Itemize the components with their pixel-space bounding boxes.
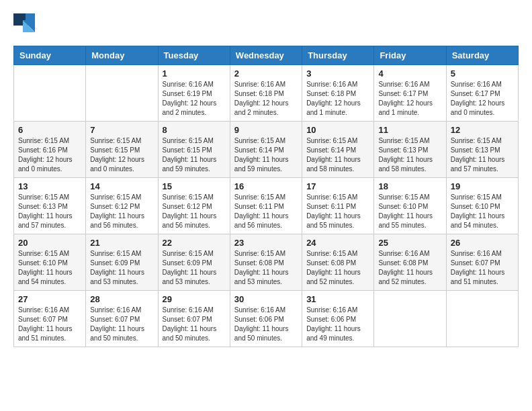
day-number: 7 (90, 125, 153, 135)
day-info: Sunrise: 6:16 AM Sunset: 6:07 PM Dayligh… (451, 249, 514, 287)
calendar-cell: 28Sunrise: 6:16 AM Sunset: 6:07 PM Dayli… (86, 291, 158, 347)
day-number: 15 (163, 181, 226, 191)
calendar-cell: 24Sunrise: 6:15 AM Sunset: 6:08 PM Dayli… (302, 234, 374, 291)
logo (13, 13, 38, 35)
calendar-cell: 25Sunrise: 6:16 AM Sunset: 6:08 PM Dayli… (374, 234, 446, 291)
calendar-cell: 22Sunrise: 6:15 AM Sunset: 6:09 PM Dayli… (158, 234, 230, 291)
calendar-cell: 11Sunrise: 6:15 AM Sunset: 6:13 PM Dayli… (374, 122, 446, 178)
calendar-cell: 6Sunrise: 6:15 AM Sunset: 6:16 PM Daylig… (14, 122, 86, 178)
weekday-header-monday: Monday (86, 46, 158, 65)
day-info: Sunrise: 6:16 AM Sunset: 6:17 PM Dayligh… (451, 80, 514, 118)
day-info: Sunrise: 6:15 AM Sunset: 6:10 PM Dayligh… (18, 249, 81, 287)
calendar-cell: 2Sunrise: 6:16 AM Sunset: 6:18 PM Daylig… (230, 65, 302, 122)
day-info: Sunrise: 6:15 AM Sunset: 6:12 PM Dayligh… (163, 193, 226, 230)
weekday-header-sunday: Sunday (14, 46, 86, 65)
calendar-cell: 3Sunrise: 6:16 AM Sunset: 6:18 PM Daylig… (302, 65, 374, 122)
day-number: 26 (451, 238, 514, 248)
day-number: 17 (306, 181, 369, 191)
day-number: 18 (378, 181, 441, 191)
day-number: 20 (18, 238, 81, 248)
day-number: 3 (306, 68, 369, 79)
day-info: Sunrise: 6:15 AM Sunset: 6:11 PM Dayligh… (234, 193, 298, 230)
day-number: 16 (234, 181, 298, 191)
day-info: Sunrise: 6:16 AM Sunset: 6:08 PM Dayligh… (378, 249, 441, 287)
day-number: 24 (306, 238, 369, 248)
day-number: 12 (451, 125, 514, 135)
calendar-cell: 31Sunrise: 6:16 AM Sunset: 6:06 PM Dayli… (302, 291, 374, 347)
calendar-cell: 5Sunrise: 6:16 AM Sunset: 6:17 PM Daylig… (446, 65, 518, 122)
day-info: Sunrise: 6:16 AM Sunset: 6:06 PM Dayligh… (234, 306, 298, 343)
day-info: Sunrise: 6:15 AM Sunset: 6:12 PM Dayligh… (90, 193, 153, 230)
calendar-cell (86, 65, 158, 122)
day-number: 31 (306, 294, 369, 304)
calendar-cell: 19Sunrise: 6:15 AM Sunset: 6:10 PM Dayli… (446, 178, 518, 234)
day-number: 14 (90, 181, 153, 191)
day-info: Sunrise: 6:15 AM Sunset: 6:10 PM Dayligh… (378, 193, 441, 230)
calendar-table: SundayMondayTuesdayWednesdayThursdayFrid… (13, 46, 519, 347)
day-number: 9 (234, 125, 298, 135)
day-info: Sunrise: 6:16 AM Sunset: 6:06 PM Dayligh… (306, 306, 369, 343)
calendar-cell: 14Sunrise: 6:15 AM Sunset: 6:12 PM Dayli… (86, 178, 158, 234)
calendar-week-3: 13Sunrise: 6:15 AM Sunset: 6:13 PM Dayli… (14, 178, 519, 234)
day-info: Sunrise: 6:16 AM Sunset: 6:07 PM Dayligh… (18, 306, 81, 343)
calendar-cell (446, 291, 518, 347)
day-info: Sunrise: 6:15 AM Sunset: 6:15 PM Dayligh… (163, 136, 226, 174)
calendar-cell (374, 291, 446, 347)
day-info: Sunrise: 6:15 AM Sunset: 6:13 PM Dayligh… (378, 136, 441, 174)
day-number: 2 (234, 68, 298, 79)
calendar-cell: 8Sunrise: 6:15 AM Sunset: 6:15 PM Daylig… (158, 122, 230, 178)
day-number: 13 (18, 181, 81, 191)
calendar-cell: 10Sunrise: 6:15 AM Sunset: 6:14 PM Dayli… (302, 122, 374, 178)
page-header (13, 13, 519, 35)
day-info: Sunrise: 6:16 AM Sunset: 6:19 PM Dayligh… (163, 80, 226, 118)
calendar-cell: 17Sunrise: 6:15 AM Sunset: 6:11 PM Dayli… (302, 178, 374, 234)
day-number: 4 (378, 68, 441, 79)
day-info: Sunrise: 6:15 AM Sunset: 6:09 PM Dayligh… (90, 249, 153, 287)
calendar-cell (14, 65, 86, 122)
day-number: 27 (18, 294, 81, 304)
calendar-cell: 1Sunrise: 6:16 AM Sunset: 6:19 PM Daylig… (158, 65, 230, 122)
calendar-cell: 26Sunrise: 6:16 AM Sunset: 6:07 PM Dayli… (446, 234, 518, 291)
calendar-header-row: SundayMondayTuesdayWednesdayThursdayFrid… (14, 46, 519, 65)
calendar-week-5: 27Sunrise: 6:16 AM Sunset: 6:07 PM Dayli… (14, 291, 519, 347)
calendar-cell: 23Sunrise: 6:15 AM Sunset: 6:08 PM Dayli… (230, 234, 302, 291)
weekday-header-friday: Friday (374, 46, 446, 65)
day-number: 28 (90, 294, 153, 304)
weekday-header-thursday: Thursday (302, 46, 374, 65)
day-number: 11 (378, 125, 441, 135)
calendar-cell: 9Sunrise: 6:15 AM Sunset: 6:14 PM Daylig… (230, 122, 302, 178)
weekday-header-tuesday: Tuesday (158, 46, 230, 65)
day-info: Sunrise: 6:15 AM Sunset: 6:09 PM Dayligh… (163, 249, 226, 287)
day-info: Sunrise: 6:15 AM Sunset: 6:13 PM Dayligh… (18, 193, 81, 230)
day-number: 25 (378, 238, 441, 248)
day-number: 22 (163, 238, 226, 248)
day-number: 30 (234, 294, 298, 304)
day-number: 19 (451, 181, 514, 191)
day-info: Sunrise: 6:15 AM Sunset: 6:10 PM Dayligh… (451, 193, 514, 230)
day-number: 29 (163, 294, 226, 304)
day-info: Sunrise: 6:15 AM Sunset: 6:14 PM Dayligh… (234, 136, 298, 174)
day-info: Sunrise: 6:16 AM Sunset: 6:07 PM Dayligh… (163, 306, 226, 343)
calendar-cell: 18Sunrise: 6:15 AM Sunset: 6:10 PM Dayli… (374, 178, 446, 234)
day-number: 21 (90, 238, 153, 248)
day-info: Sunrise: 6:15 AM Sunset: 6:13 PM Dayligh… (451, 136, 514, 174)
day-info: Sunrise: 6:15 AM Sunset: 6:08 PM Dayligh… (234, 249, 298, 287)
calendar-cell: 12Sunrise: 6:15 AM Sunset: 6:13 PM Dayli… (446, 122, 518, 178)
day-number: 1 (163, 68, 226, 79)
day-info: Sunrise: 6:16 AM Sunset: 6:07 PM Dayligh… (90, 306, 153, 343)
calendar-cell: 13Sunrise: 6:15 AM Sunset: 6:13 PM Dayli… (14, 178, 86, 234)
day-info: Sunrise: 6:15 AM Sunset: 6:16 PM Dayligh… (18, 136, 81, 174)
calendar-week-4: 20Sunrise: 6:15 AM Sunset: 6:10 PM Dayli… (14, 234, 519, 291)
day-info: Sunrise: 6:16 AM Sunset: 6:17 PM Dayligh… (378, 80, 441, 118)
calendar-cell: 4Sunrise: 6:16 AM Sunset: 6:17 PM Daylig… (374, 65, 446, 122)
day-info: Sunrise: 6:15 AM Sunset: 6:14 PM Dayligh… (306, 136, 369, 174)
calendar-cell: 20Sunrise: 6:15 AM Sunset: 6:10 PM Dayli… (14, 234, 86, 291)
day-number: 10 (306, 125, 369, 135)
day-number: 8 (163, 125, 226, 135)
day-info: Sunrise: 6:15 AM Sunset: 6:15 PM Dayligh… (90, 136, 153, 174)
calendar-cell: 15Sunrise: 6:15 AM Sunset: 6:12 PM Dayli… (158, 178, 230, 234)
logo-icon (13, 13, 35, 35)
day-number: 6 (18, 125, 81, 135)
calendar-week-1: 1Sunrise: 6:16 AM Sunset: 6:19 PM Daylig… (14, 65, 519, 122)
day-info: Sunrise: 6:15 AM Sunset: 6:11 PM Dayligh… (306, 193, 369, 230)
